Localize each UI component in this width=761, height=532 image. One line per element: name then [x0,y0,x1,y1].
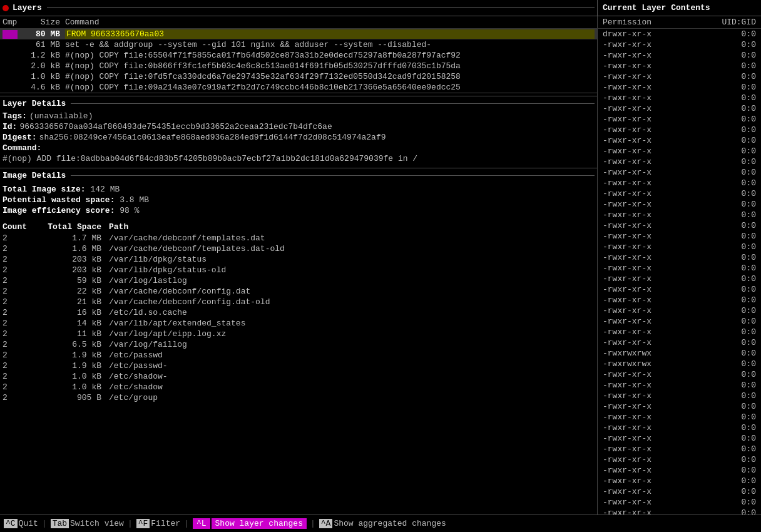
right-row: -rwxr-xr-x0:0 [598,497,761,508]
detail-command-value-row: #(nop) ADD file:8adbbab04d6f84cd83b5f420… [3,153,595,164]
layer-row[interactable]: 4.6 kB #(nop) COPY file:09a214a3e07c919a… [0,82,597,93]
layers-list: 80 MB FROM 96633365670aa03 61 MB set -e … [0,29,597,93]
right-row: -rwxr-xr-x0:0 [598,305,761,316]
layer-details-section: Layer Details Tags: (unavailable) Id: 96… [0,96,597,165]
waste-row: 216 kB/etc/ld.so.cache [3,307,595,318]
quit-key: ^C [4,519,18,528]
right-row: -rwxr-xr-x0:0 [598,146,761,156]
detail-section-body: Tags: (unavailable) Id: 96633365670aa034… [0,110,597,165]
right-perm-col: Permission [603,18,651,27]
cmd-5: #(nop) COPY file:09a214a3e07c919af2fb2d7… [65,83,595,92]
col-command: Command [65,18,595,27]
size-5: 4.6 kB [21,83,65,92]
waste-row: 21.0 kB/etc/shadow- [3,371,595,382]
right-row: -rwxr-xr-x0:0 [598,103,761,114]
right-row: -rwxr-xr-x0:0 [598,391,761,401]
size-0: 80 MB [21,29,65,39]
right-row: -rwxr-xr-x0:0 [598,401,761,412]
waste-col-path: Path [109,222,595,232]
waste-col-space: Total Space [40,222,109,232]
right-row: -rwxr-xr-x0:0 [598,486,761,497]
right-row: -rwxr-xr-x0:0 [598,444,761,454]
image-details-body: Total Image size: 142 MB Potential waste… [0,182,597,217]
wasted-row: Potential wasted space: 3.8 MB [3,195,595,205]
size-4: 1.0 kB [21,72,65,81]
cmd-1: set -e && addgroup --system --gid 101 ng… [65,40,595,49]
waste-row: 21.7 MB/var/cache/debconf/templates.dat [3,233,595,243]
right-row: -rwxr-xr-x0:0 [598,71,761,82]
right-row: -rwxr-xr-x0:0 [598,433,761,444]
right-row: -rwxr-xr-x0:0 [598,369,761,380]
right-row: -rwxr-xr-x0:0 [598,188,761,199]
statusbar: ^C Quit | Tab Switch view | ^F Filter | … [0,514,761,532]
layer-row[interactable]: 2.0 kB #(nop) COPY file:0b866ff3fc1ef5b0… [0,61,597,71]
image-details-divider [71,175,595,176]
efficiency-value: 98 % [120,206,139,215]
efficiency-label: Image efficiency score: [3,206,120,215]
show-layer-key[interactable]: ^L [193,518,210,529]
cmd-3: #(nop) COPY file:0b866ff3fc1ef5b03c4e6c8… [65,61,595,71]
right-row: -rwxr-xr-x0:0 [598,135,761,146]
waste-row: 21.0 kB/etc/shadow [3,382,595,392]
wasted-label: Potential wasted space: [3,195,120,205]
right-row: -rwxr-xr-x0:0 [598,199,761,210]
waste-row: 2905 B/etc/group [3,392,595,403]
waste-row: 222 kB/var/cache/debconf/config.dat [3,286,595,297]
sep3: | [184,519,189,528]
details-divider [71,103,595,104]
digest-value: sha256:08249ce7456a1c0613eafe868aed936a2… [39,133,386,142]
quit-label: Quit [19,519,38,528]
size-2: 1.2 kB [21,51,65,60]
efficiency-row: Image efficiency score: 98 % [3,205,595,216]
right-row: -rwxr-xr-x0:0 [598,61,761,71]
waste-row: 21.9 kB/etc/passwd [3,350,595,361]
dot-indicator [3,5,9,11]
waste-row: 259 kB/var/log/lastlog [3,275,595,286]
id-value: 96633365670aa034af860493de754351eccb9d33… [19,122,332,131]
detail-id-row: Id: 96633365670aa034af860493de754351eccb… [3,121,595,132]
right-row: -rwxr-xr-x0:0 [598,156,761,167]
layer-details-header: Layer Details [0,96,597,110]
right-row: -rwxr-xr-x0:0 [598,454,761,465]
image-details-section: Image Details Total Image size: 142 MB P… [0,168,597,217]
show-agg-key: ^A [319,519,333,528]
layer-details-title: Layer Details [3,99,66,108]
right-row: -rwxr-xr-x0:0 [598,82,761,93]
right-row: -rwxr-xr-x0:0 [598,125,761,135]
waste-row: 21.6 MB/var/cache/debconf/templates.dat-… [3,243,595,254]
layer-row[interactable]: 1.2 kB #(nop) COPY file:65504f71f5855ca0… [0,50,597,61]
right-row: -rwxr-xr-x0:0 [598,327,761,337]
waste-rows: 21.7 MB/var/cache/debconf/templates.dat2… [3,233,595,403]
id-label: Id: [3,122,17,131]
right-row: -rwxr-xr-x0:0 [598,295,761,305]
waste-row: 21.9 kB/etc/passwd- [3,361,595,371]
right-row: -rwxr-xr-x0:0 [598,39,761,50]
layer-row[interactable]: 61 MB set -e && addgroup --system --gid … [0,39,597,50]
tab-label: Switch view [70,519,124,528]
right-row: -rwxr-xr-x0:0 [598,231,761,242]
digest-label: Digest: [3,133,37,142]
layer-row[interactable]: 1.0 kB #(nop) COPY file:0fd5fca330dcd6a7… [0,71,597,82]
waste-table-headers: Count Total Space Path [3,221,595,233]
tags-label: Tags: [3,111,27,121]
header-row: Layers Current Layer Contents [0,0,761,16]
right-row: -rwxr-xr-x0:0 [598,380,761,391]
waste-row: 214 kB/var/lib/apt/extended_states [3,318,595,329]
col-size: Size [21,18,65,27]
sep2: | [128,519,133,528]
right-row: -rwxr-xr-x0:0 [598,422,761,433]
show-layer-label: Show layer changes [212,518,307,529]
right-row: -rwxr-xr-x0:0 [598,274,761,284]
right-row: -rwxr-xr-x0:0 [598,263,761,274]
header-divider [47,8,595,8]
sep4: | [310,519,315,528]
waste-row: 26.5 kB/var/log/faillog [3,339,595,350]
tab-key: Tab [51,519,69,528]
detail-digest-row: Digest: sha256:08249ce7456a1c0613eafe868… [3,132,595,143]
command-label: Command: [3,143,41,153]
right-row: -rwxr-xr-x0:0 [598,220,761,231]
right-row: -rwxr-xr-x0:0 [598,337,761,348]
layer-row[interactable]: 80 MB FROM 96633365670aa03 [0,29,597,39]
waste-row: 2203 kB/var/lib/dpkg/status [3,254,595,265]
right-row: -rwxr-xr-x0:0 [598,114,761,125]
